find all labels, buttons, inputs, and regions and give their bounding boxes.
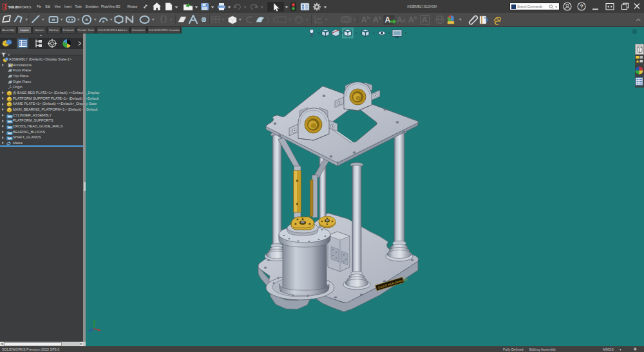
svg-text:A: A — [361, 15, 367, 24]
svg-text:b: b — [367, 15, 370, 20]
svg-text:A: A — [397, 15, 402, 24]
svg-text:C: C — [402, 19, 406, 23]
svg-text:A: A — [373, 15, 379, 24]
svg-text:b: b — [414, 15, 417, 20]
svg-text:?: ? — [580, 3, 583, 10]
svg-text:A: A — [408, 15, 414, 24]
svg-text:SOLIDWORKS: SOLIDWORKS — [8, 5, 32, 9]
svg-text:b: b — [379, 15, 381, 20]
svg-text:A: A — [422, 15, 428, 24]
svg-text:A: A — [385, 15, 391, 24]
